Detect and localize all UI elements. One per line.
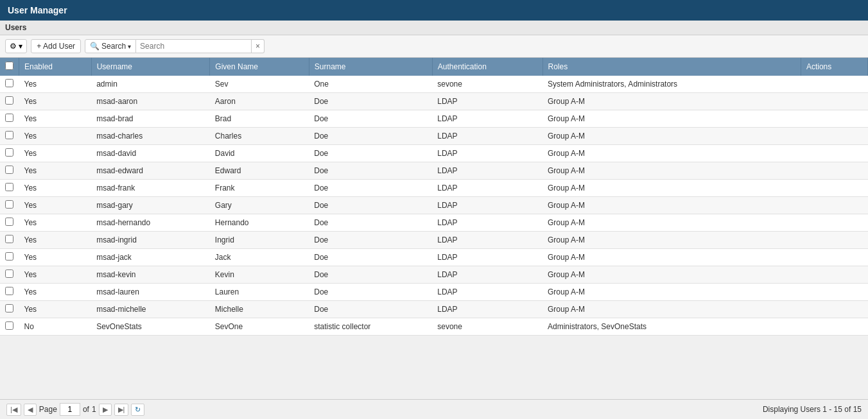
row-checkbox[interactable] (5, 114, 13, 122)
cell-authentication: LDAP (432, 284, 542, 301)
gear-dropdown-icon: ▾ (19, 42, 22, 51)
cell-surname: Doe (309, 128, 432, 145)
add-user-label: + Add User (37, 42, 75, 51)
cell-given_name: Frank (210, 180, 309, 197)
cell-enabled: Yes (19, 232, 92, 249)
cell-username: msad-aaron (91, 93, 210, 110)
row-checkbox[interactable] (5, 218, 13, 226)
cell-roles: Group A-M (542, 180, 801, 197)
cell-surname: Doe (309, 162, 432, 180)
users-table: Enabled Username Given Name Surname Auth… (0, 58, 868, 336)
select-all-checkbox[interactable] (5, 62, 13, 70)
cell-roles: Group A-M (542, 301, 801, 318)
cell-given_name: Charles (210, 128, 309, 145)
cell-actions (801, 266, 867, 284)
col-header-roles[interactable]: Roles (542, 58, 801, 76)
row-checkbox[interactable] (5, 252, 13, 261)
cell-actions (801, 197, 867, 214)
cell-roles: Group A-M (542, 249, 801, 266)
cell-actions (801, 180, 867, 197)
table-header-row: Enabled Username Given Name Surname Auth… (0, 58, 868, 76)
cell-roles: Group A-M (542, 284, 801, 301)
cell-given_name: Brad (210, 110, 309, 128)
col-header-checkbox[interactable] (0, 58, 19, 76)
table-row: Yesmsad-aaronAaronDoeLDAPGroup A-M (0, 93, 868, 110)
table-row: YesadminSevOnesevoneSystem Administrator… (0, 76, 868, 93)
row-checkbox[interactable] (5, 96, 13, 105)
col-header-username[interactable]: Username (91, 58, 210, 76)
row-checkbox[interactable] (5, 148, 13, 157)
cell-actions (801, 318, 867, 336)
cell-actions (801, 128, 867, 145)
cell-actions (801, 110, 867, 128)
cell-authentication: LDAP (432, 110, 542, 128)
clear-icon: × (256, 42, 260, 51)
cell-authentication: LDAP (432, 301, 542, 318)
row-checkbox[interactable] (5, 235, 13, 243)
cell-actions (801, 284, 867, 301)
cell-roles: Group A-M (542, 93, 801, 110)
cell-given_name: Aaron (210, 93, 309, 110)
cell-roles: Group A-M (542, 128, 801, 145)
cell-surname: Doe (309, 93, 432, 110)
cell-given_name: Sev (210, 76, 309, 93)
cell-actions (801, 76, 867, 93)
cell-username: msad-edward (91, 162, 210, 180)
cell-username: msad-ingrid (91, 232, 210, 249)
col-header-authentication[interactable]: Authentication (432, 58, 542, 76)
cell-authentication: LDAP (432, 249, 542, 266)
cell-username: msad-charles (91, 128, 210, 145)
cell-authentication: sevone (432, 318, 542, 336)
cell-username: msad-hernando (91, 214, 210, 232)
row-checkbox[interactable] (5, 304, 13, 312)
cell-authentication: LDAP (432, 180, 542, 197)
table-row: NoSevOneStatsSevOnestatistic collectorse… (0, 318, 868, 336)
cell-authentication: LDAP (432, 266, 542, 284)
row-checkbox[interactable] (5, 321, 13, 330)
cell-surname: Doe (309, 145, 432, 162)
cell-authentication: LDAP (432, 197, 542, 214)
gear-button[interactable]: ⚙ ▾ (5, 39, 27, 53)
table-row: Yesmsad-ingridIngridDoeLDAPGroup A-M (0, 232, 868, 249)
row-checkbox[interactable] (5, 166, 13, 174)
cell-authentication: LDAP (432, 214, 542, 232)
col-header-enabled[interactable]: Enabled (19, 58, 92, 76)
cell-given_name: Edward (210, 162, 309, 180)
row-checkbox[interactable] (5, 183, 13, 191)
col-header-given-name[interactable]: Given Name (210, 58, 309, 76)
cell-enabled: No (19, 318, 92, 336)
row-checkbox[interactable] (5, 131, 13, 139)
add-user-button[interactable]: + Add User (31, 39, 81, 53)
search-dropdown-button[interactable]: 🔍 Search (85, 39, 136, 53)
cell-given_name: Ingrid (210, 232, 309, 249)
row-checkbox[interactable] (5, 200, 13, 209)
cell-authentication: LDAP (432, 145, 542, 162)
cell-roles: Group A-M (542, 214, 801, 232)
table-row: Yesmsad-garyGaryDoeLDAPGroup A-M (0, 197, 868, 214)
row-checkbox[interactable] (5, 287, 13, 295)
cell-enabled: Yes (19, 145, 92, 162)
search-input[interactable] (136, 39, 252, 53)
cell-actions (801, 145, 867, 162)
cell-surname: statistic collector (309, 318, 432, 336)
table-row: Yesmsad-jackJackDoeLDAPGroup A-M (0, 249, 868, 266)
table-row: Yesmsad-michelleMichelleDoeLDAPGroup A-M (0, 301, 868, 318)
table-row: Yesmsad-hernandoHernandoDoeLDAPGroup A-M (0, 214, 868, 232)
row-checkbox[interactable] (5, 79, 13, 87)
cell-enabled: Yes (19, 249, 92, 266)
search-clear-button[interactable]: × (252, 39, 265, 53)
gear-icon: ⚙ (10, 42, 17, 51)
cell-enabled: Yes (19, 76, 92, 93)
cell-enabled: Yes (19, 180, 92, 197)
cell-username: msad-lauren (91, 284, 210, 301)
cell-surname: Doe (309, 197, 432, 214)
row-checkbox[interactable] (5, 269, 13, 278)
cell-surname: Doe (309, 249, 432, 266)
cell-username: msad-david (91, 145, 210, 162)
cell-actions (801, 232, 867, 249)
col-header-surname[interactable]: Surname (309, 58, 432, 76)
cell-given_name: Kevin (210, 266, 309, 284)
table-row: Yesmsad-davidDavidDoeLDAPGroup A-M (0, 145, 868, 162)
cell-surname: Doe (309, 232, 432, 249)
cell-username: msad-michelle (91, 301, 210, 318)
